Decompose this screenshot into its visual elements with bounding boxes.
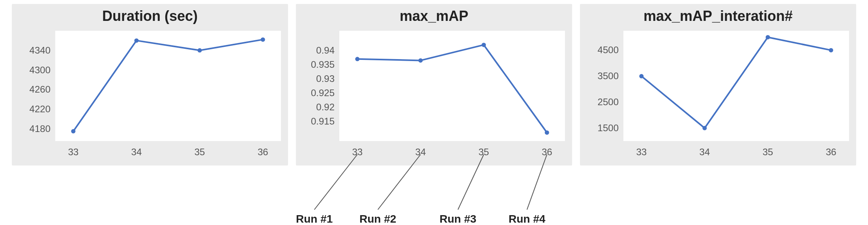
chart-point xyxy=(261,37,265,42)
y-tick-label: 4500 xyxy=(580,45,619,56)
chart-svg xyxy=(623,31,849,141)
x-tick-label: 36 xyxy=(251,147,275,158)
x-tick-label: 35 xyxy=(756,147,780,158)
x-tick-label: 36 xyxy=(819,147,843,158)
x-tick-label: 35 xyxy=(188,147,211,158)
y-tick-label: 0.93 xyxy=(296,73,335,84)
x-tick-label: 34 xyxy=(693,147,716,158)
chart-point xyxy=(355,57,359,61)
run-label: Run #3 xyxy=(440,213,476,225)
y-tick-label: 4260 xyxy=(12,84,51,95)
chart-point xyxy=(545,130,549,135)
chart-svg xyxy=(55,31,281,141)
chart-title: max_mAP_interation# xyxy=(580,8,856,24)
y-tick-label: 4180 xyxy=(12,123,51,134)
y-tick-label: 1500 xyxy=(580,123,619,134)
y-tick-label: 3500 xyxy=(580,71,619,82)
y-tick-label: 4340 xyxy=(12,45,51,56)
chart-panel-max-map-iter: max_mAP_interation# 15002500350045003334… xyxy=(580,4,856,165)
plot-area xyxy=(55,31,281,141)
y-tick-label: 0.915 xyxy=(296,116,335,127)
y-tick-label: 0.92 xyxy=(296,102,335,113)
chart-line xyxy=(73,39,263,131)
chart-line xyxy=(642,37,831,128)
y-tick-label: 2500 xyxy=(580,97,619,108)
x-tick-label: 34 xyxy=(125,147,148,158)
run-label: Run #4 xyxy=(509,213,545,225)
y-tick-label: 0.94 xyxy=(296,45,335,56)
chart-point xyxy=(71,129,75,134)
x-tick-label: 33 xyxy=(346,147,369,158)
chart-point xyxy=(829,48,833,52)
chart-point xyxy=(702,126,707,130)
chart-point xyxy=(482,43,486,47)
chart-point xyxy=(418,58,423,63)
chart-point xyxy=(134,38,138,43)
chart-title: max_mAP xyxy=(296,8,572,24)
run-label: Run #2 xyxy=(359,213,396,225)
y-tick-label: 0.925 xyxy=(296,87,335,99)
chart-container: Duration (sec) 4180422042604300434033343… xyxy=(0,0,868,225)
chart-panel-duration: Duration (sec) 4180422042604300434033343… xyxy=(12,4,288,165)
x-tick-label: 33 xyxy=(630,147,653,158)
y-tick-label: 0.935 xyxy=(296,59,335,70)
chart-panel-max-map: max_mAP 0.9150.920.9250.930.9350.9433343… xyxy=(296,4,572,165)
y-tick-label: 4300 xyxy=(12,65,51,76)
x-tick-label: 34 xyxy=(409,147,432,158)
x-tick-label: 36 xyxy=(535,147,559,158)
x-tick-label: 35 xyxy=(472,147,496,158)
chart-point xyxy=(198,48,202,52)
plot-area xyxy=(339,31,565,141)
chart-line xyxy=(357,45,547,133)
run-label: Run #1 xyxy=(296,213,333,225)
x-tick-label: 33 xyxy=(62,147,85,158)
chart-point xyxy=(639,74,644,78)
chart-title: Duration (sec) xyxy=(12,8,288,24)
plot-area xyxy=(623,31,849,141)
y-tick-label: 4220 xyxy=(12,104,51,115)
chart-svg xyxy=(339,31,565,141)
chart-point xyxy=(766,35,770,39)
